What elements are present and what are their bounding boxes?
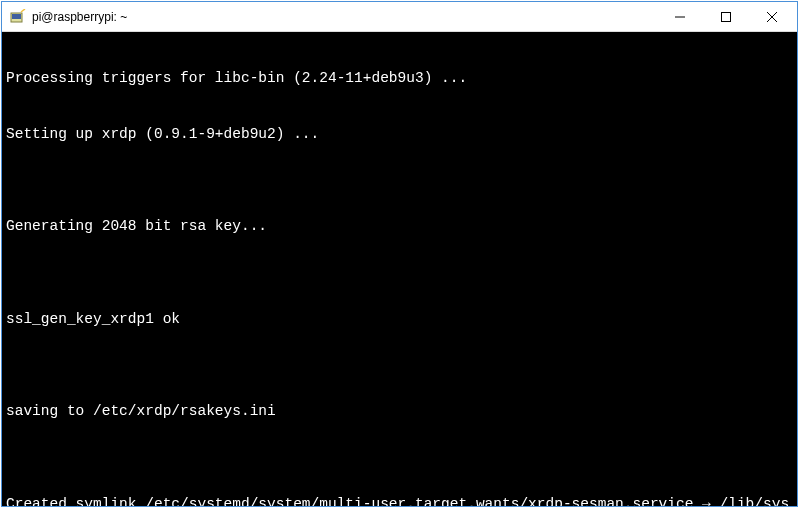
svg-line-2 bbox=[21, 9, 25, 12]
output-line: ssl_gen_key_xrdp1 ok bbox=[6, 310, 793, 329]
window-controls bbox=[657, 2, 795, 31]
minimize-button[interactable] bbox=[657, 2, 703, 32]
minimize-icon bbox=[675, 12, 685, 22]
svg-rect-4 bbox=[722, 13, 731, 22]
terminal-window: pi@raspberrypi: ~ Processing triggers fo… bbox=[1, 1, 798, 507]
output-line: Created symlink /etc/systemd/system/mult… bbox=[6, 495, 793, 507]
window-title: pi@raspberrypi: ~ bbox=[32, 10, 657, 24]
output-line: saving to /etc/xrdp/rsakeys.ini bbox=[6, 402, 793, 421]
maximize-icon bbox=[721, 12, 731, 22]
output-line: Processing triggers for libc-bin (2.24-1… bbox=[6, 69, 793, 88]
titlebar[interactable]: pi@raspberrypi: ~ bbox=[2, 2, 797, 32]
terminal-output[interactable]: Processing triggers for libc-bin (2.24-1… bbox=[2, 32, 797, 506]
svg-rect-1 bbox=[12, 14, 21, 19]
putty-icon bbox=[10, 9, 26, 25]
output-line: Setting up xrdp (0.9.1-9+deb9u2) ... bbox=[6, 125, 793, 144]
maximize-button[interactable] bbox=[703, 2, 749, 32]
close-icon bbox=[767, 12, 777, 22]
output-line: Generating 2048 bit rsa key... bbox=[6, 217, 793, 236]
close-button[interactable] bbox=[749, 2, 795, 32]
